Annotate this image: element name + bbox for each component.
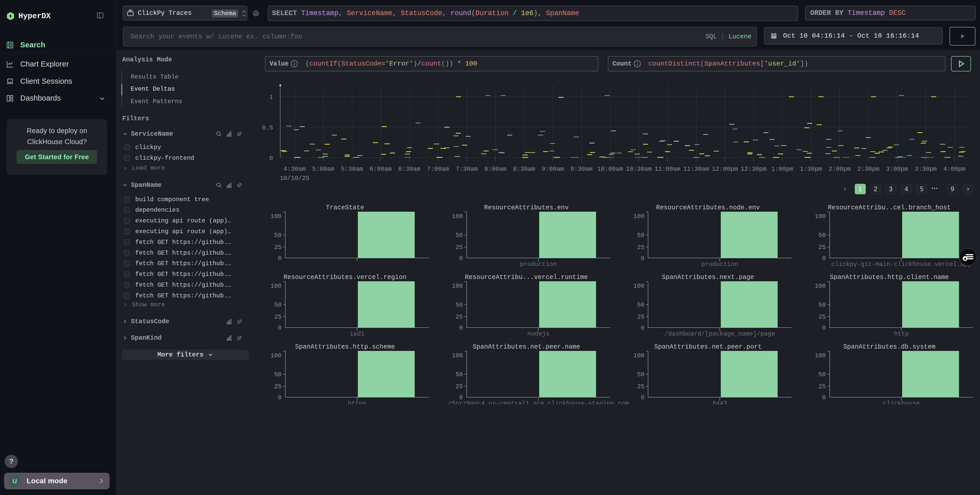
- svg-text:6:00am: 6:00am: [370, 166, 391, 173]
- svg-text:9:30am: 9:30am: [570, 166, 592, 173]
- svg-text:25: 25: [637, 314, 644, 320]
- svg-text:50: 50: [637, 301, 644, 308]
- svg-text:50: 50: [818, 232, 826, 239]
- svg-text:100: 100: [815, 282, 826, 289]
- svg-text:4:30am: 4:30am: [283, 166, 305, 173]
- svg-text:25: 25: [818, 383, 826, 390]
- svg-text:100: 100: [452, 352, 463, 359]
- svg-text:ResourceAttribu...vercel.runti: ResourceAttribu...vercel.runtime: [465, 274, 588, 281]
- svg-text:7:00am: 7:00am: [427, 166, 449, 173]
- svg-text:4:00pm: 4:00pm: [943, 166, 966, 173]
- svg-text:50: 50: [455, 301, 463, 308]
- svg-text:25: 25: [274, 244, 282, 251]
- svg-text:SpanAttributes.http.client.nam: SpanAttributes.http.client.name: [830, 274, 949, 281]
- svg-text:12:00pm: 12:00pm: [712, 166, 738, 173]
- svg-text:http: http: [894, 330, 909, 337]
- svg-text:0: 0: [278, 394, 282, 401]
- svg-text:11:00am: 11:00am: [655, 166, 681, 173]
- svg-text:25: 25: [455, 314, 463, 320]
- svg-text:25: 25: [274, 314, 282, 320]
- svg-text:50: 50: [274, 371, 282, 378]
- svg-text:50: 50: [818, 301, 826, 308]
- svg-text:25: 25: [274, 383, 282, 390]
- svg-text:0: 0: [641, 255, 644, 262]
- svg-text:8:30am: 8:30am: [513, 166, 535, 173]
- svg-text:0: 0: [459, 255, 463, 262]
- svg-text:50: 50: [637, 232, 644, 239]
- svg-text:ResourceAttributes.vercel.regi: ResourceAttributes.vercel.region: [283, 274, 407, 281]
- svg-text:10:30am: 10:30am: [626, 166, 652, 173]
- svg-text:25: 25: [637, 383, 644, 390]
- svg-text:2:30pm: 2:30pm: [857, 166, 879, 173]
- svg-text:0: 0: [459, 325, 463, 332]
- svg-text:nodejs: nodejs: [527, 330, 549, 337]
- svg-text:production: production: [520, 261, 557, 268]
- svg-text:SpanAttributes.http.scheme: SpanAttributes.http.scheme: [295, 343, 395, 351]
- svg-text:0: 0: [269, 155, 273, 162]
- svg-text:clickhouse: clickhouse: [883, 400, 920, 405]
- svg-text:0: 0: [278, 255, 282, 262]
- svg-text:8443: 8443: [712, 400, 727, 405]
- svg-text:100: 100: [633, 213, 644, 220]
- svg-text:2:00pm: 2:00pm: [829, 166, 851, 173]
- svg-text:100: 100: [270, 282, 282, 289]
- svg-text:100: 100: [452, 282, 463, 289]
- svg-text:100: 100: [633, 352, 644, 359]
- svg-text:0: 0: [822, 255, 826, 262]
- svg-text:8:00am: 8:00am: [484, 166, 506, 173]
- svg-text:ResourceAttribu..cel.branch_ho: ResourceAttribu..cel.branch_host: [828, 204, 951, 211]
- svg-text:10/10/25: 10/10/25: [280, 175, 309, 182]
- svg-text:12:30pm: 12:30pm: [741, 166, 767, 173]
- svg-text:SpanAttributes.next.page: SpanAttributes.next.page: [662, 274, 754, 281]
- svg-text:SpanAttributes.db.system: SpanAttributes.db.system: [843, 343, 935, 351]
- svg-text:25: 25: [818, 244, 826, 251]
- svg-text:z5prz9ggc4.us-central1.gcp.cli: z5prz9ggc4.us-central1.gcp.clickhouse-st…: [448, 400, 629, 405]
- svg-text:25: 25: [455, 383, 463, 390]
- svg-text:50: 50: [818, 371, 826, 378]
- svg-text:0: 0: [822, 325, 826, 332]
- svg-text:TraceState: TraceState: [326, 204, 364, 211]
- svg-text:100: 100: [270, 213, 282, 220]
- svg-text:0: 0: [641, 325, 644, 332]
- svg-text:25: 25: [455, 244, 463, 251]
- svg-text:0: 0: [822, 394, 826, 401]
- svg-text:7:30am: 7:30am: [456, 166, 478, 173]
- svg-text:5:30am: 5:30am: [341, 166, 363, 173]
- svg-text:clickpy-git-main-clickhouse.ve: clickpy-git-main-clickhouse.vercel.app: [831, 261, 971, 268]
- svg-text:50: 50: [637, 371, 644, 378]
- svg-text:25: 25: [818, 314, 826, 320]
- svg-text:https: https: [348, 400, 366, 405]
- svg-text:0: 0: [641, 394, 644, 401]
- svg-text:9:00am: 9:00am: [542, 166, 564, 173]
- svg-text:production: production: [701, 261, 738, 268]
- svg-text:/dashboard/[package_name]/page: /dashboard/[package_name]/page: [665, 330, 775, 337]
- svg-text:6:30am: 6:30am: [398, 166, 420, 173]
- svg-text:1:00pm: 1:00pm: [771, 166, 793, 173]
- svg-text:10:00am: 10:00am: [597, 166, 623, 173]
- svg-text:100: 100: [452, 213, 463, 220]
- svg-text:50: 50: [455, 232, 463, 239]
- svg-text:1: 1: [269, 94, 273, 101]
- svg-text:50: 50: [274, 232, 282, 239]
- svg-text:5:00am: 5:00am: [312, 166, 334, 173]
- svg-text:3:00pm: 3:00pm: [886, 166, 908, 173]
- svg-text:50: 50: [455, 371, 463, 378]
- svg-text:SpanAttributes.net.peer.port: SpanAttributes.net.peer.port: [654, 343, 762, 351]
- svg-text:0.5: 0.5: [262, 124, 273, 131]
- svg-text:100: 100: [270, 352, 282, 359]
- svg-text:25: 25: [637, 244, 644, 251]
- svg-text:50: 50: [274, 301, 282, 308]
- svg-text:100: 100: [815, 213, 826, 220]
- svg-text:iad1: iad1: [350, 330, 364, 337]
- svg-text:11:30am: 11:30am: [683, 166, 709, 173]
- svg-text:1:30pm: 1:30pm: [800, 166, 822, 173]
- svg-text:100: 100: [815, 352, 826, 359]
- svg-text:ResourceAttributes.env: ResourceAttributes.env: [484, 204, 569, 211]
- svg-text:100: 100: [633, 282, 644, 289]
- svg-text:3:30pm: 3:30pm: [915, 166, 937, 173]
- svg-text:SpanAttributes.net.peer.name: SpanAttributes.net.peer.name: [473, 343, 580, 351]
- svg-text:ResourceAttributes.node.env: ResourceAttributes.node.env: [656, 204, 760, 211]
- svg-text:0: 0: [278, 325, 282, 332]
